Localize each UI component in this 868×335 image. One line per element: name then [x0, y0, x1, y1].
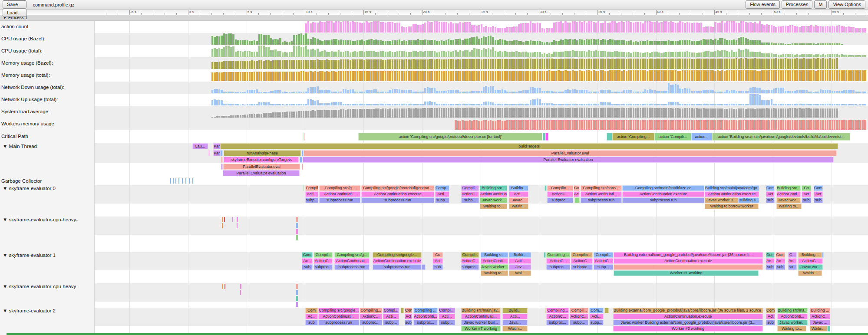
trace-span[interactable]: subprocess.run	[361, 197, 434, 203]
trace-span[interactable]: Comp...	[435, 185, 449, 191]
trace-span[interactable]: sub	[776, 264, 785, 270]
event-tick[interactable]	[296, 284, 298, 289]
trace-span[interactable]: subproc...	[546, 264, 570, 270]
trace-span[interactable]: Compiling src/google...	[318, 308, 359, 313]
trace-span[interactable]	[827, 326, 830, 332]
event-tick[interactable]	[189, 178, 190, 184]
thread-label-skyframe-evaluator-2[interactable]: ▼ skyframe-evaluator 2	[3, 308, 56, 313]
event-tick[interactable]	[296, 223, 298, 228]
trace-span[interactable]	[221, 157, 223, 163]
thread-label-skyframe-evaluator-1[interactable]: ▼ skyframe-evaluator 1	[3, 253, 56, 258]
trace-span[interactable]: subp...	[461, 197, 479, 203]
trace-span[interactable]: Compil...	[314, 252, 333, 258]
critical-path-span[interactable]: action 'Compiling...	[612, 133, 654, 141]
trace-span[interactable]: Waitin...	[798, 270, 822, 276]
trace-span[interactable]: Compil...	[594, 252, 613, 258]
trace-span[interactable]: ActionContinuation.execute	[622, 191, 704, 197]
thread-label-garbage-collector[interactable]: Garbage Collector	[1, 178, 42, 184]
trace-span[interactable]: ActionContinuation.execute	[361, 191, 434, 197]
trace-span[interactable]: Javac worker Building external/com_googl…	[613, 320, 763, 325]
trace-span[interactable]: Javac work...	[480, 197, 507, 203]
trace-span[interactable]: sub	[766, 320, 775, 325]
trace-span[interactable]: ActionConti...	[481, 258, 508, 264]
trace-span[interactable]: Com...	[589, 308, 604, 313]
event-tick[interactable]	[296, 217, 298, 222]
trace-span[interactable]: Waiting to...	[777, 326, 806, 332]
trace-span[interactable]: Compil...	[439, 308, 455, 313]
trace-span[interactable]: ActionC...	[461, 191, 479, 197]
trace-span[interactable]: Building src...	[480, 185, 507, 191]
trace-span[interactable]: Ac...	[766, 258, 775, 264]
trace-span[interactable]: ActionC...	[798, 258, 823, 264]
trace-span[interactable]: runAnalysisPhase	[224, 150, 301, 156]
event-tick[interactable]	[296, 235, 298, 240]
event-tick[interactable]	[222, 284, 223, 289]
trace-span[interactable]: sub	[802, 197, 811, 203]
trace-span[interactable]: ActionC...	[461, 258, 479, 264]
trace-span[interactable]	[401, 308, 404, 313]
trace-span[interactable]: subprocess.run	[334, 264, 370, 270]
trace-span[interactable]: Building s...	[481, 252, 508, 258]
critical-path-span[interactable]: action 'Compili...	[654, 133, 691, 141]
trace-span[interactable]: ParallelEvaluator.eval	[223, 164, 300, 170]
event-tick[interactable]	[296, 290, 298, 295]
trace-span[interactable]: subprocess.run	[622, 197, 704, 203]
trace-span[interactable]: Compil...	[305, 185, 318, 191]
critical-path-span[interactable]: action 'Building src/main/java/com/googl…	[712, 133, 850, 141]
critical-path-span[interactable]: action...	[691, 133, 712, 141]
trace-span[interactable]: subproc...	[360, 320, 382, 325]
trace-span[interactable]: Compiling src/main/cpp/blaze.cc	[622, 185, 704, 191]
event-tick[interactable]	[240, 290, 241, 295]
event-tick[interactable]	[237, 217, 238, 222]
trace-span[interactable]: Parallel Evaluator evaluation	[223, 170, 300, 176]
trace-span[interactable]: Javac wo...	[798, 264, 823, 270]
trace-span[interactable]: ActionContinuation.execute	[614, 258, 763, 264]
trace-span[interactable]: Building src/main/jav...	[461, 308, 501, 313]
trace-span[interactable]: Waitin...	[502, 326, 528, 332]
trace-span[interactable]	[303, 185, 304, 191]
trace-span[interactable]: Javac worker...	[777, 320, 808, 325]
trace-span[interactable]	[544, 252, 546, 258]
trace-span[interactable]: Co	[802, 185, 811, 191]
trace-span[interactable]: Javac ...	[810, 320, 830, 325]
trace-span[interactable]: Javac worker B...	[705, 197, 738, 203]
trace-span[interactable]: Act	[432, 258, 443, 264]
trace-span[interactable]: subproc...	[547, 197, 573, 203]
trace-span[interactable]: ActionConti...	[777, 314, 808, 319]
thread-label-main-thread[interactable]: ▼ Main Thread	[3, 144, 37, 149]
trace-span[interactable]: Compil...	[570, 308, 588, 313]
trace-span[interactable]: sub	[405, 320, 412, 325]
trace-span[interactable]: ActionC...	[360, 314, 382, 319]
load-button[interactable]: Load	[3, 9, 26, 17]
trace-span[interactable]: Act	[405, 314, 412, 319]
event-tick[interactable]	[296, 296, 298, 301]
trace-span[interactable]: Par	[213, 150, 220, 156]
event-tick[interactable]	[175, 178, 176, 184]
trace-span[interactable]: sub	[814, 197, 823, 203]
trace-span[interactable]: Co	[432, 252, 443, 258]
trace-span[interactable]: ActionContinuation.execute	[705, 191, 759, 197]
trace-span[interactable]: subp...	[435, 197, 449, 203]
trace-span[interactable]: Waiting to...	[776, 204, 802, 209]
trace-span[interactable]: subprocess.run	[318, 320, 359, 325]
trace-span[interactable]: Worker #7 working	[461, 326, 501, 332]
view-options-button[interactable]: View Options	[828, 0, 865, 9]
trace-span[interactable]	[574, 197, 580, 203]
trace-span[interactable]: Compil...	[461, 185, 479, 191]
trace-span[interactable]: subp...	[439, 320, 455, 325]
trace-span[interactable]: ActionContinuati...	[461, 314, 501, 319]
trace-span[interactable]: ActionContinuati...	[581, 191, 622, 197]
trace-span[interactable]: Com	[302, 252, 313, 258]
trace-span[interactable]: Acti...	[383, 314, 399, 319]
trace-span[interactable]: Act	[766, 191, 775, 197]
trace-span[interactable]	[822, 252, 824, 258]
trace-span[interactable]: subproc...	[546, 320, 569, 325]
trace-span[interactable]: Par	[213, 143, 220, 149]
event-tick[interactable]	[170, 178, 171, 184]
event-tick[interactable]	[185, 178, 186, 184]
trace-span[interactable]: ActionContinuati...	[480, 191, 507, 197]
event-tick[interactable]	[173, 178, 174, 184]
trace-span[interactable]: sub	[305, 320, 318, 325]
trace-span[interactable]: Com	[776, 252, 785, 258]
trace-span[interactable]	[422, 264, 426, 270]
